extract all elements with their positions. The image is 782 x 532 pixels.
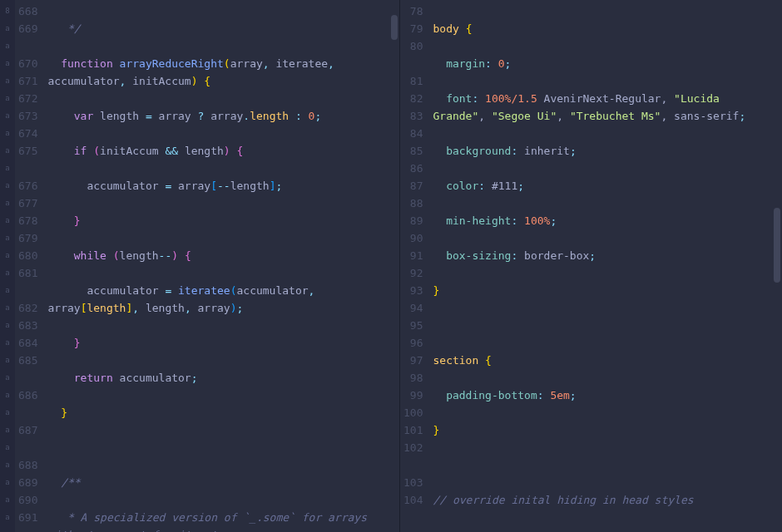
scrollbar-thumb[interactable] (391, 15, 398, 40)
diff-marker: a (0, 72, 15, 90)
line-number: 689 (18, 474, 37, 491)
line-number: 688 (18, 456, 37, 474)
line-number: 89 (403, 212, 423, 229)
line-number: 87 (403, 177, 423, 195)
line-number (18, 439, 37, 456)
diff-marker: a (0, 404, 15, 421)
line-number: 79 (403, 20, 423, 37)
line-number: 103 (403, 474, 423, 491)
line-number: 680 (18, 247, 37, 264)
line-number: 81 (403, 72, 423, 90)
line-number: 92 (403, 264, 423, 282)
diff-marker: a (0, 125, 15, 142)
line-number: 673 (18, 107, 37, 125)
line-number: 674 (18, 125, 37, 142)
line-number: 691 (18, 509, 37, 526)
line-number: 93 (403, 282, 423, 299)
fn-name: arrayReduceRight (120, 57, 224, 70)
diff-marker: a (0, 55, 15, 72)
line-gutter-left: 6686696706716726736746756766776786796806… (15, 0, 44, 532)
line-number: 85 (403, 142, 423, 160)
diff-marker: a (0, 20, 15, 37)
line-number: 91 (403, 247, 423, 264)
line-number: 684 (18, 334, 37, 352)
diff-marker: a (0, 369, 15, 387)
line-number: 96 (403, 334, 423, 352)
code-area-right[interactable]: body { margin: 0; font: 100%/1.5 AvenirN… (429, 0, 782, 532)
diff-marker: a (0, 509, 15, 526)
line-number: 679 (18, 229, 37, 247)
line-number: 88 (403, 195, 423, 212)
diff-marker: a (0, 177, 15, 195)
line-number (18, 369, 37, 387)
diff-gutter-left: 8aaaaaaaaaaaaaaaaaaaaaaaaaaaaaa (0, 0, 15, 532)
line-number: 676 (18, 177, 37, 195)
diff-marker: a (0, 334, 15, 352)
line-number: 95 (403, 317, 423, 334)
diff-marker: a (0, 299, 15, 317)
line-number: 82 (403, 90, 423, 107)
line-number: 94 (403, 299, 423, 317)
diff-marker: a (0, 282, 15, 299)
keyword-function: function (61, 57, 113, 70)
line-number: 690 (18, 491, 37, 509)
scrollbar-right[interactable] (774, 0, 780, 532)
diff-marker: a (0, 352, 15, 369)
line-number: 104 (403, 491, 423, 509)
scrollbar-thumb[interactable] (774, 208, 780, 283)
editor-pane-left: 8aaaaaaaaaaaaaaaaaaaaaaaaaaaaaa 66866967… (0, 0, 399, 532)
line-number: 100 (403, 404, 423, 421)
diff-marker: a (0, 212, 15, 229)
line-number (403, 55, 423, 72)
line-number (18, 282, 37, 299)
line-number: 97 (403, 352, 423, 369)
line-number: 686 (18, 387, 37, 404)
line-number: 677 (18, 195, 37, 212)
diff-marker: a (0, 317, 15, 334)
line-number: 78 (403, 2, 423, 20)
line-gutter-right: 7879808182838485868788899091929394959697… (400, 0, 429, 532)
editor-pane-right: 7879808182838485868788899091929394959697… (399, 0, 782, 532)
line-number: 99 (403, 387, 423, 404)
line-number (403, 509, 423, 526)
diff-marker: a (0, 142, 15, 160)
line-number: 669 (18, 20, 37, 37)
diff-marker: a (0, 247, 15, 264)
line-number: 682 (18, 299, 37, 317)
line-number: 83 (403, 107, 423, 125)
line-number: 670 (18, 55, 37, 72)
diff-marker: a (0, 526, 15, 532)
line-number (403, 456, 423, 474)
line-number: 672 (18, 90, 37, 107)
diff-marker: a (0, 229, 15, 247)
line-number: 98 (403, 369, 423, 387)
line-number (18, 37, 37, 55)
code-area-left[interactable]: */ function arrayReduceRight(array, iter… (44, 0, 399, 532)
diff-marker: a (0, 195, 15, 212)
diff-marker: a (0, 439, 15, 456)
diff-marker: a (0, 387, 15, 404)
line-number: 668 (18, 2, 37, 20)
line-number (18, 404, 37, 421)
diff-marker: a (0, 456, 15, 474)
comment: */ (67, 22, 81, 35)
line-number: 675 (18, 142, 37, 160)
diff-marker: a (0, 264, 15, 282)
line-number: 681 (18, 264, 37, 282)
diff-marker: a (0, 160, 15, 177)
line-number: 90 (403, 229, 423, 247)
diff-marker: a (0, 474, 15, 491)
diff-marker: a (0, 107, 15, 125)
diff-marker: a (0, 491, 15, 509)
line-number: 86 (403, 160, 423, 177)
split-editor: 8aaaaaaaaaaaaaaaaaaaaaaaaaaaaaa 66866967… (0, 0, 782, 532)
diff-marker: a (0, 421, 15, 439)
line-number: 678 (18, 212, 37, 229)
line-number: 671 (18, 72, 37, 90)
diff-marker: 8 (0, 2, 15, 20)
line-number (18, 526, 37, 532)
line-number: 84 (403, 125, 423, 142)
scrollbar-left[interactable] (391, 0, 398, 532)
line-number: 102 (403, 439, 423, 456)
line-number: 80 (403, 37, 423, 55)
